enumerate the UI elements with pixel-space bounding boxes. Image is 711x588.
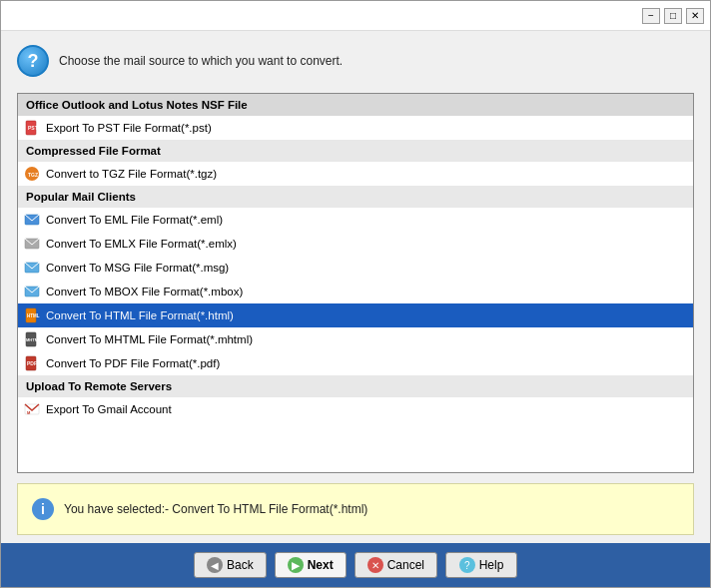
list-item[interactable]: Convert To EMLX File Format(*.emlx)	[18, 232, 693, 256]
list-item-label: Compressed File Format	[26, 145, 161, 157]
list-item[interactable]: PDFConvert To PDF File Format(*.pdf)	[18, 351, 693, 375]
back-label: Back	[227, 558, 254, 572]
list-item-label: Convert To EMLX File Format(*.emlx)	[46, 238, 237, 250]
title-bar: − □ ✕	[1, 1, 710, 31]
list-item[interactable]: MHTMConvert To MHTML File Format(*.mhtml…	[18, 327, 693, 351]
list-item-label: Popular Mail Clients	[26, 191, 136, 203]
list-item[interactable]: MExport To Gmail Account	[18, 397, 693, 421]
minimize-button[interactable]: −	[642, 8, 660, 24]
window-controls: − □ ✕	[642, 8, 704, 24]
list-item-label: Convert To MBOX File Format(*.mbox)	[46, 286, 243, 297]
emlx-icon	[24, 236, 40, 252]
eml-icon	[24, 212, 40, 228]
list-item-label: Convert To PDF File Format(*.pdf)	[46, 357, 220, 369]
list-item[interactable]: PSTExport To PST File Format(*.pst)	[18, 116, 693, 140]
list-item-label: Convert To MSG File Format(*.msg)	[46, 262, 229, 274]
list-item[interactable]: HTMLConvert To HTML File Format(*.html)	[18, 303, 693, 327]
list-item-label: Convert To EML File Format(*.eml)	[46, 214, 223, 226]
list-item[interactable]: Convert To EML File Format(*.eml)	[18, 208, 693, 232]
mhtml-icon: MHTM	[24, 331, 40, 347]
question-icon: ?	[17, 45, 49, 77]
svg-text:HTML: HTML	[27, 313, 40, 318]
html-icon: HTML	[24, 307, 40, 323]
mbox-icon	[24, 284, 40, 299]
cancel-label: Cancel	[387, 558, 424, 572]
tgz-icon: TGZ	[24, 166, 40, 182]
back-button[interactable]: ◀ Back	[194, 552, 267, 578]
next-label: Next	[308, 558, 334, 572]
list-item[interactable]: Convert To MSG File Format(*.msg)	[18, 256, 693, 280]
list-item[interactable]: TGZConvert to TGZ File Format(*.tgz)	[18, 162, 693, 186]
list-section-header: Upload To Remote Servers	[18, 375, 693, 397]
list-item-label: Upload To Remote Servers	[26, 380, 172, 392]
header-row: ? Choose the mail source to which you wa…	[17, 45, 694, 83]
close-button[interactable]: ✕	[686, 8, 704, 24]
info-message: You have selected:- Convert To HTML File…	[64, 502, 367, 516]
footer-bar: ◀ Back ▶ Next ✕ Cancel ? Help	[1, 543, 710, 587]
pst-icon: PST	[24, 120, 40, 136]
svg-text:PDF: PDF	[27, 360, 37, 366]
list-item-label: Export To PST File Format(*.pst)	[46, 122, 212, 134]
pdf-icon: PDF	[24, 355, 40, 371]
list-item-label: Export To Gmail Account	[46, 403, 172, 415]
format-list[interactable]: Office Outlook and Lotus Notes NSF FileP…	[17, 93, 694, 473]
msg-icon	[24, 260, 40, 276]
gmail-icon: M	[24, 401, 40, 417]
list-section-header: Popular Mail Clients	[18, 186, 693, 208]
cancel-button[interactable]: ✕ Cancel	[355, 552, 437, 578]
info-icon: i	[32, 498, 54, 520]
list-section-header: Office Outlook and Lotus Notes NSF File	[18, 94, 693, 116]
next-button[interactable]: ▶ Next	[275, 552, 347, 578]
next-icon: ▶	[288, 557, 304, 573]
maximize-button[interactable]: □	[664, 8, 682, 24]
help-label: Help	[479, 558, 504, 572]
svg-text:MHTM: MHTM	[26, 337, 39, 342]
list-section-header: Compressed File Format	[18, 140, 693, 162]
main-content: ? Choose the mail source to which you wa…	[1, 31, 710, 543]
list-item[interactable]: Convert To MBOX File Format(*.mbox)	[18, 280, 693, 303]
cancel-icon: ✕	[367, 557, 383, 573]
help-icon: ?	[459, 557, 475, 573]
svg-text:PST: PST	[28, 125, 38, 131]
svg-text:TGZ: TGZ	[28, 172, 38, 178]
list-item-label: Convert to TGZ File Format(*.tgz)	[46, 168, 217, 180]
back-icon: ◀	[207, 557, 223, 573]
list-item-label: Convert To HTML File Format(*.html)	[46, 309, 234, 321]
list-item-label: Convert To MHTML File Format(*.mhtml)	[46, 333, 253, 345]
list-item-label: Office Outlook and Lotus Notes NSF File	[26, 99, 248, 111]
info-box: i You have selected:- Convert To HTML Fi…	[17, 483, 694, 535]
header-instruction: Choose the mail source to which you want…	[59, 54, 343, 68]
help-button[interactable]: ? Help	[445, 552, 517, 578]
